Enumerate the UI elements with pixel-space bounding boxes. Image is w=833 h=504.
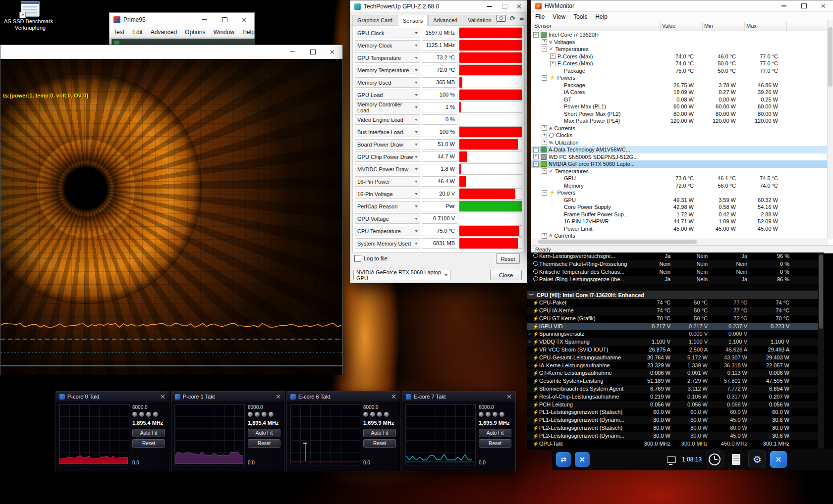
desktop-shortcut-as-ssd[interactable]: ↗ AS SSD Benchmark - Verknüpfung: [3, 1, 57, 31]
tree-row[interactable]: +Clocks: [531, 132, 828, 139]
tree-row[interactable]: Power Max (PL1)60.00 W60.00 W60.00 W: [531, 103, 828, 110]
close-button[interactable]: [391, 394, 396, 399]
sensor-label-button[interactable]: MVDDC Power Draw: [355, 164, 420, 174]
settings-gear-icon[interactable]: ⚙: [748, 451, 766, 468]
hwmonitor-menu-tools[interactable]: Tools: [569, 12, 591, 22]
tree-row[interactable]: Max Peak Power (PL4)120.00 W120.00 W120.…: [531, 117, 828, 125]
sensor-label-button[interactable]: System Memory Used: [355, 238, 420, 249]
sensor-row[interactable]: ⚡iGPU VID0.217 V0.217 V0.237 V0.223 V: [527, 323, 824, 331]
tray-clock[interactable]: 1:08:13: [682, 456, 702, 463]
sensor-label-button[interactable]: CPU Temperature: [355, 226, 420, 236]
expander-plus-icon[interactable]: +: [533, 154, 539, 159]
expander-minus-icon[interactable]: −: [533, 32, 539, 38]
sensor-label-button[interactable]: Memory Clock: [355, 40, 420, 50]
tree-row[interactable]: GPU49.31 W3.59 W60.32 W: [531, 197, 828, 204]
log-document-icon[interactable]: [727, 451, 744, 468]
sensor-row[interactable]: ⚡GT-Kerne Leistungsaufnahme0.006 W0.001 …: [527, 369, 824, 377]
expander-plus-icon[interactable]: +: [533, 147, 539, 152]
sensor-row[interactable]: ⚡CPU GT-Kerne (Grafik)70 °C50 °C72 °C70 …: [527, 315, 824, 323]
close-button[interactable]: [814, 0, 833, 11]
gpuz-titlebar[interactable]: TechPowerUp GPU-Z 2.68.0: [350, 0, 527, 13]
hwmonitor-menu-view[interactable]: View: [549, 12, 569, 22]
expander-minus-icon[interactable]: −: [533, 161, 539, 167]
expander-plus-icon[interactable]: +: [542, 140, 547, 145]
expander-plus-icon[interactable]: +: [542, 133, 547, 138]
expander-plus-icon[interactable]: +: [550, 53, 555, 59]
column-header-min[interactable]: Min: [704, 23, 713, 29]
prime95-menu-options[interactable]: Options: [181, 27, 209, 37]
auto-fit-button[interactable]: Auto Fit: [363, 429, 396, 437]
tree-row[interactable]: −⚡Powers: [531, 74, 828, 82]
sensor-row[interactable]: >⚡VDDQ TX Spannung1.100 V1.100 V1.100 V1…: [527, 338, 824, 346]
scrollbar-thumb[interactable]: [538, 240, 697, 244]
tree-row[interactable]: GT0.08 W0.00 W0.25 W: [531, 96, 828, 103]
tree-row[interactable]: +ACurrents: [531, 125, 828, 132]
prime95-menu-edit[interactable]: Edit: [128, 27, 147, 37]
clock-window-titlebar[interactable]: P-core 0 Takt: [56, 392, 169, 402]
tree-row[interactable]: Frame Buffer Power Sup...1.72 W0.42 W2.8…: [531, 211, 828, 218]
sensor-row[interactable]: ⚡VR VCC Strom (SVID IOUT)26.875 A2.500 A…: [527, 346, 824, 354]
close-button[interactable]: [507, 394, 512, 399]
tree-row[interactable]: Package75.0 °C50.0 °C77.0 °C: [531, 67, 828, 75]
column-header-sensor[interactable]: Sensor: [534, 23, 552, 29]
sensor-label-button[interactable]: GPU Temperature: [355, 52, 420, 63]
expander-plus-icon[interactable]: +: [542, 39, 547, 45]
tab-advanced[interactable]: Advanced: [428, 15, 462, 25]
expander-plus-icon[interactable]: +: [550, 61, 555, 66]
close-button[interactable]: [276, 394, 281, 399]
blue-x-app-icon[interactable]: [770, 451, 787, 468]
log-to-file-checkbox[interactable]: [354, 255, 361, 262]
tree-row[interactable]: −⚡Powers: [531, 189, 828, 197]
sensor-label-button[interactable]: GPU Load: [355, 90, 420, 100]
hwmonitor-titlebar[interactable]: ⚡ HWMonitor: [531, 0, 833, 12]
stress-titlebar[interactable]: [0, 45, 342, 59]
expander-minus-icon[interactable]: −: [542, 190, 547, 196]
auto-fit-button[interactable]: Auto Fit: [479, 429, 511, 437]
sensor-row[interactable]: ⚡CPU IA-Kerne74 °C50 °C77 °C74 °C: [527, 307, 824, 315]
sensor-row[interactable]: ⚡IA-Kerne Leistungsaufnahme23.329 W1.339…: [527, 362, 824, 370]
tree-row[interactable]: 16-PIN 12VHPWR44.71 W1.09 W52.09 W: [531, 218, 828, 225]
tree-row[interactable]: +A-Data Technology AM1V56WC...: [531, 146, 828, 153]
reset-button[interactable]: Reset: [363, 439, 396, 448]
sensor-label-button[interactable]: Board Power Draw: [355, 139, 420, 150]
sensor-row[interactable]: Paket-/Ring-Leistungsgrenze übe...JaNein…: [527, 276, 824, 284]
tree-row[interactable]: +P-Cores (Max)74.0 °C46.0 °C77.0 °C: [531, 53, 828, 60]
close-button[interactable]: [161, 394, 166, 399]
traffic-arrows-tray-icon[interactable]: ⇄: [556, 452, 571, 467]
sensor-label-button[interactable]: PerfCap Reason: [355, 201, 420, 211]
expander-minus-icon[interactable]: −: [542, 47, 547, 52]
sensor-row[interactable]: Kern-Leistungsverbrauchsgre...JaNeinJa96…: [527, 252, 824, 260]
blue-x-tray-icon[interactable]: [575, 452, 590, 467]
tab-sensors[interactable]: Sensors: [398, 15, 428, 26]
sensor-label-button[interactable]: GPU Chip Power Draw: [355, 151, 420, 162]
scrollbar-thumb[interactable]: [828, 27, 833, 87]
expander-minus-icon[interactable]: −: [542, 75, 547, 81]
hamburger-menu-icon[interactable]: ≡: [519, 15, 524, 22]
tree-row[interactable]: −✓Temperatures: [531, 46, 828, 53]
prime95-menu-help[interactable]: Help: [238, 27, 259, 37]
tree-row[interactable]: +E-Cores (Max)74.0 °C50.0 °C77.0 °C: [531, 60, 828, 67]
maximize-button[interactable]: [215, 13, 234, 27]
clock-window-titlebar[interactable]: E-core 7 Takt: [402, 392, 515, 402]
auto-fit-button[interactable]: Auto Fit: [132, 429, 165, 437]
scrollbar-thumb[interactable]: [819, 254, 823, 329]
screenshot-camera-icon[interactable]: [497, 15, 506, 22]
sensor-label-button[interactable]: GPU Voltage: [355, 213, 420, 224]
expander-plus-icon[interactable]: +: [542, 233, 547, 239]
tree-row[interactable]: −NVIDIA GeForce RTX 5060 Lapto...: [531, 160, 828, 168]
sensor-row[interactable]: ⚡CPU-Paket74 °C50 °C77 °C74 °C: [527, 299, 824, 307]
sensor-label-button[interactable]: Memory Temperature: [355, 65, 420, 75]
sensor-label-button[interactable]: Memory Controller Load: [355, 102, 420, 112]
network-icon[interactable]: [667, 456, 676, 463]
reset-button[interactable]: Reset: [479, 439, 511, 448]
tree-row[interactable]: Power Limit45.00 W45.00 W45.00 W: [531, 225, 828, 233]
sensor-row[interactable]: >⚡Spannungsversatz0.000 V0.000 V: [527, 330, 824, 338]
column-header-value[interactable]: Value: [662, 23, 675, 29]
hwinfo-section-header[interactable]: ❭ CPU [#0]: Intel Core i7-13620H: Enhanc…: [527, 291, 824, 299]
tree-row[interactable]: −Intel Core i7 13620H: [531, 31, 828, 39]
reset-button[interactable]: Reset: [248, 439, 280, 448]
tree-row[interactable]: +ACurrents: [531, 232, 828, 239]
sensor-label-button[interactable]: GPU Clock: [355, 28, 420, 38]
clock-app-icon[interactable]: [706, 451, 723, 468]
tree-row[interactable]: Short Power Max (PL2)80.00 W80.00 W80.00…: [531, 110, 828, 118]
